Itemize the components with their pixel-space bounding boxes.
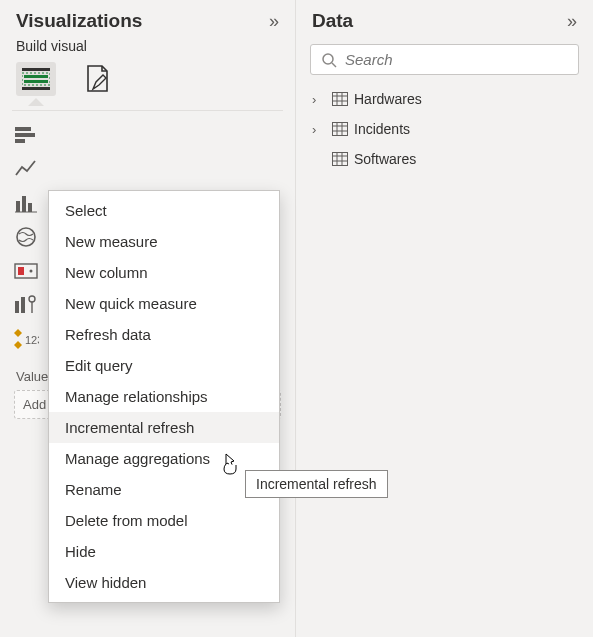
svg-rect-33 <box>333 153 348 166</box>
table-row[interactable]: › Hardwares <box>304 85 585 113</box>
svg-rect-0 <box>22 68 50 71</box>
svg-rect-9 <box>22 196 26 212</box>
clustered-column-chart-icon[interactable] <box>12 189 40 217</box>
svg-rect-23 <box>333 93 348 106</box>
svg-point-15 <box>30 270 33 273</box>
line-chart-icon[interactable] <box>12 155 40 183</box>
map-icon[interactable] <box>12 223 40 251</box>
search-input[interactable] <box>345 51 568 68</box>
svg-rect-5 <box>15 127 31 131</box>
search-icon <box>321 52 337 68</box>
chevron-right-icon[interactable]: › <box>312 92 326 107</box>
build-visual-tab[interactable] <box>16 62 56 96</box>
svg-rect-7 <box>15 139 25 143</box>
svg-rect-4 <box>22 87 50 90</box>
table-context-menu: Select New measure New column New quick … <box>48 190 280 603</box>
stacked-bar-chart-icon[interactable] <box>12 121 40 149</box>
key-influencers-icon[interactable]: 123 <box>12 325 40 353</box>
svg-point-18 <box>29 296 35 302</box>
svg-rect-28 <box>333 123 348 136</box>
svg-point-12 <box>17 228 35 246</box>
menu-item-new-quick-measure[interactable]: New quick measure <box>49 288 279 319</box>
table-name: Hardwares <box>354 91 422 107</box>
table-icon <box>332 122 348 136</box>
data-title: Data <box>312 10 353 32</box>
svg-rect-14 <box>18 267 24 275</box>
menu-item-select[interactable]: Select <box>49 195 279 226</box>
build-tabs <box>0 62 295 98</box>
menu-item-refresh-data[interactable]: Refresh data <box>49 319 279 350</box>
svg-rect-8 <box>16 201 20 212</box>
svg-rect-6 <box>15 133 35 137</box>
menu-item-edit-query[interactable]: Edit query <box>49 350 279 381</box>
menu-item-view-hidden[interactable]: View hidden <box>49 567 279 598</box>
collapse-viz-chevron-icon[interactable]: » <box>269 11 279 32</box>
menu-item-delete-from-model[interactable]: Delete from model <box>49 505 279 536</box>
menu-item-new-column[interactable]: New column <box>49 257 279 288</box>
tooltip: Incremental refresh <box>245 470 388 498</box>
table-row[interactable]: › Incidents <box>304 115 585 143</box>
fields-icon <box>22 68 50 90</box>
collapse-data-chevron-icon[interactable]: » <box>567 11 577 32</box>
svg-text:123: 123 <box>25 334 39 346</box>
table-icon <box>332 92 348 106</box>
svg-point-21 <box>323 54 333 64</box>
data-header: Data » <box>296 0 593 38</box>
svg-line-22 <box>332 63 336 67</box>
kpi-icon[interactable] <box>12 291 40 319</box>
svg-rect-1 <box>22 73 50 85</box>
search-box[interactable] <box>310 44 579 75</box>
format-page-icon <box>85 65 111 93</box>
format-visual-tab[interactable] <box>78 62 118 96</box>
chevron-right-icon[interactable]: › <box>312 122 326 137</box>
svg-rect-17 <box>21 297 25 313</box>
menu-item-hide[interactable]: Hide <box>49 536 279 567</box>
table-name: Incidents <box>354 121 410 137</box>
viz-title: Visualizations <box>16 10 142 32</box>
menu-item-new-measure[interactable]: New measure <box>49 226 279 257</box>
data-pane: Data » › Hardwares › Incidents › Softwar… <box>295 0 593 637</box>
table-name: Softwares <box>354 151 416 167</box>
menu-item-manage-relationships[interactable]: Manage relationships <box>49 381 279 412</box>
svg-rect-3 <box>24 80 48 83</box>
tables-list: › Hardwares › Incidents › Softwares <box>296 85 593 173</box>
svg-rect-16 <box>15 301 19 313</box>
menu-item-incremental-refresh[interactable]: Incremental refresh <box>49 412 279 443</box>
viz-header: Visualizations » <box>0 0 295 38</box>
build-visual-label: Build visual <box>0 38 295 62</box>
table-icon <box>332 152 348 166</box>
table-row[interactable]: › Softwares <box>304 145 585 173</box>
gauge-icon[interactable] <box>12 257 40 285</box>
svg-rect-2 <box>24 75 48 78</box>
svg-rect-10 <box>28 203 32 212</box>
